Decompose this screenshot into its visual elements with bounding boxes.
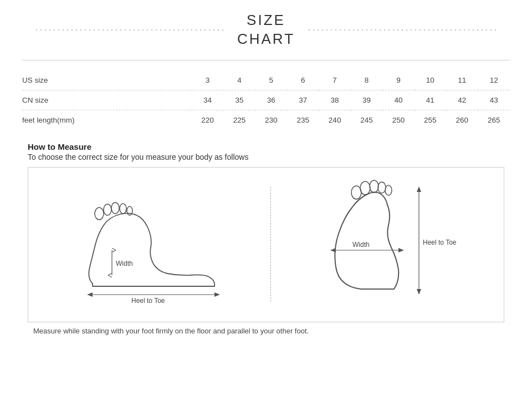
cn-size-label: CN size <box>22 90 192 110</box>
diagram-box: Width Heel to Toe <box>28 167 504 322</box>
measure-section: How to Measure To choose the correct siz… <box>22 142 510 335</box>
feet-length-val-10: 265 <box>478 110 510 130</box>
foot-side-svg: Width Heel to Toe <box>59 178 237 311</box>
feet-length-val-8: 255 <box>415 110 446 130</box>
cn-size-val-3: 36 <box>255 90 287 110</box>
header-section: SIZE CHART <box>22 0 510 54</box>
foot-bottom-svg: Width Heel to Toe <box>316 178 461 311</box>
us-size-val-9: 11 <box>446 70 478 90</box>
measure-title: How to Measure <box>28 142 504 151</box>
diagram-left: Width Heel to Toe <box>53 173 243 316</box>
us-size-val-2: 4 <box>223 70 255 90</box>
diagram-divider <box>270 187 271 301</box>
cn-size-val-4: 37 <box>287 90 319 110</box>
cn-size-val-10: 43 <box>478 90 510 110</box>
cn-size-row: CN size 34 35 36 37 38 39 40 41 42 43 <box>22 90 510 110</box>
svg-text:Heel to Toe: Heel to Toe <box>423 239 457 246</box>
feet-length-val-9: 260 <box>446 110 478 130</box>
diagram-right: Width Heel to Toe <box>298 173 479 316</box>
title-block: SIZE CHART <box>237 11 295 49</box>
us-size-label: US size <box>22 70 192 90</box>
feet-length-row: feet length(mm) 220 225 230 235 240 245 … <box>22 110 510 130</box>
size-table: US size 3 4 5 6 7 8 9 10 11 12 CN size 3… <box>22 70 510 130</box>
us-size-val-1: 3 <box>192 70 223 90</box>
svg-marker-21 <box>417 186 421 192</box>
svg-point-4 <box>127 206 132 215</box>
us-size-val-4: 6 <box>287 70 319 90</box>
feet-length-val-4: 235 <box>287 110 319 130</box>
svg-point-3 <box>120 204 126 214</box>
us-size-val-10: 12 <box>478 70 510 90</box>
feet-length-val-3: 230 <box>255 110 287 130</box>
us-size-val-3: 5 <box>255 70 287 90</box>
svg-text:Heel to Toe: Heel to Toe <box>131 297 165 305</box>
feet-length-val-7: 250 <box>382 110 414 130</box>
svg-marker-18 <box>398 248 404 252</box>
us-size-val-7: 9 <box>382 70 414 90</box>
svg-text:Width: Width <box>116 260 133 267</box>
svg-point-12 <box>360 181 370 195</box>
svg-marker-17 <box>330 248 336 252</box>
cn-size-val-9: 42 <box>446 90 478 110</box>
svg-point-1 <box>104 204 111 215</box>
svg-point-15 <box>385 185 392 195</box>
dots-left <box>33 29 226 31</box>
measure-note: Measure while standing with your foot fi… <box>28 327 504 335</box>
feet-length-val-1: 220 <box>192 110 223 130</box>
svg-point-14 <box>378 182 386 193</box>
feet-length-label: feet length(mm) <box>22 110 192 130</box>
cn-size-val-5: 38 <box>319 90 350 110</box>
us-size-val-8: 10 <box>415 70 446 90</box>
measure-subtitle: To choose the correct size for you measu… <box>28 153 504 161</box>
us-size-val-6: 8 <box>351 70 382 90</box>
cn-size-val-6: 39 <box>351 90 382 110</box>
us-size-val-5: 7 <box>319 70 350 90</box>
page-wrapper: SIZE CHART US size 3 4 5 6 7 8 9 10 11 1… <box>0 0 532 335</box>
svg-marker-9 <box>214 292 220 297</box>
feet-length-val-6: 245 <box>351 110 382 130</box>
us-size-row: US size 3 4 5 6 7 8 9 10 11 12 <box>22 70 510 90</box>
cn-size-val-7: 40 <box>382 90 414 110</box>
svg-text:Width: Width <box>352 241 370 249</box>
dots-right <box>306 29 499 31</box>
svg-point-2 <box>111 203 119 214</box>
svg-point-0 <box>95 207 104 220</box>
header-divider <box>22 60 510 60</box>
svg-marker-8 <box>87 292 93 297</box>
cn-size-val-8: 41 <box>415 90 446 110</box>
svg-marker-22 <box>417 289 421 295</box>
cn-size-val-1: 34 <box>192 90 223 110</box>
svg-point-13 <box>370 180 378 193</box>
cn-size-val-2: 35 <box>223 90 255 110</box>
feet-length-val-5: 240 <box>319 110 350 130</box>
page-title: SIZE CHART <box>237 11 295 49</box>
feet-length-val-2: 225 <box>223 110 255 130</box>
